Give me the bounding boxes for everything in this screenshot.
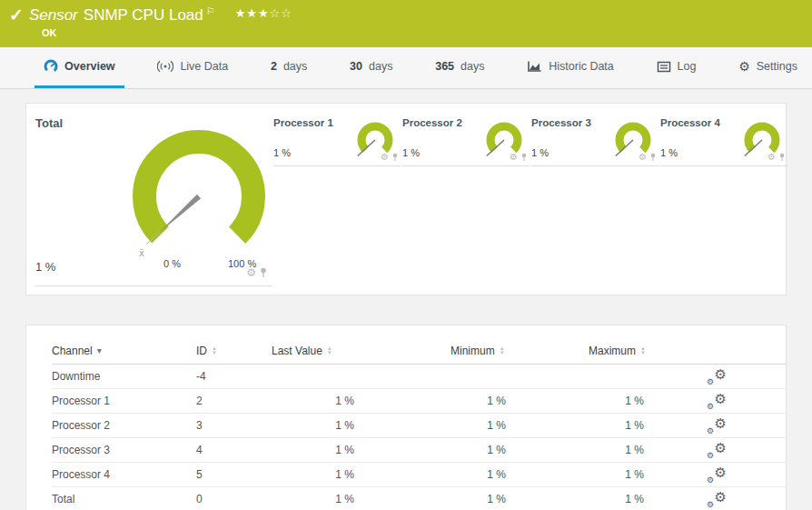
channel-name: Processor 3 bbox=[52, 444, 196, 456]
last-value: 1 % bbox=[272, 395, 358, 407]
status-badge: OK bbox=[42, 27, 57, 38]
maximum-value: 1 % bbox=[589, 395, 648, 407]
tab-30-days[interactable]: 30 days bbox=[341, 47, 401, 88]
column-header-label: Channel bbox=[52, 345, 93, 357]
channel-settings-icon[interactable]: ⚙⚙ bbox=[707, 467, 727, 483]
sort-desc-icon[interactable]: ▾ bbox=[97, 346, 102, 355]
channel-settings-icon[interactable]: ⚙⚙ bbox=[707, 443, 727, 458]
gauge-cell-processor-2[interactable]: Processor 2 1 % ⚙ bbox=[402, 111, 530, 166]
stars-empty[interactable]: ☆☆ bbox=[270, 6, 292, 20]
sort-icon[interactable]: ▲▼ bbox=[212, 346, 217, 355]
tab-365-days-number: 365 bbox=[435, 60, 454, 73]
tab-30-days-number: 30 bbox=[350, 60, 362, 73]
priority-stars[interactable]: ★★★☆☆ bbox=[235, 5, 292, 23]
channel-id: -4 bbox=[196, 370, 272, 383]
tab-365-days-unit: days bbox=[460, 60, 484, 73]
tab-365-days[interactable]: 365 days bbox=[426, 47, 493, 88]
maximum-value: 1 % bbox=[589, 468, 648, 481]
channel-id: 3 bbox=[196, 419, 272, 432]
gauge-title: Total bbox=[35, 116, 63, 130]
gauge-cell-processor-3[interactable]: Processor 3 1 % ⚙ bbox=[531, 111, 659, 166]
tab-overview-label: Overview bbox=[64, 60, 115, 73]
pin-icon[interactable] bbox=[391, 153, 399, 162]
tab-historic-data-label: Historic Data bbox=[549, 60, 614, 73]
stars-filled[interactable]: ★★★ bbox=[235, 6, 270, 20]
area-chart-icon bbox=[527, 60, 542, 73]
gauge-gear-icon[interactable]: ⚙ bbox=[767, 153, 776, 162]
pin-icon[interactable] bbox=[520, 153, 528, 162]
pin-icon[interactable] bbox=[778, 153, 786, 162]
mean-marker: x̄ bbox=[139, 247, 144, 258]
gauge-value: 1 % bbox=[273, 147, 291, 158]
gauge-icon bbox=[44, 59, 58, 74]
column-header-minimum[interactable]: Minimum ▲▼ bbox=[451, 345, 510, 357]
channel-id: 2 bbox=[196, 395, 272, 407]
table-row-processor-3[interactable]: Processor 3 4 1 % 1 % 1 % ⚙⚙ bbox=[52, 438, 786, 463]
column-header-id[interactable]: ID ▲▼ bbox=[196, 345, 272, 357]
tab-live-data-label: Live Data bbox=[180, 60, 228, 73]
total-gauge: x̄ bbox=[126, 124, 272, 269]
tab-overview[interactable]: Overview bbox=[35, 47, 124, 88]
maximum-value: 1 % bbox=[589, 419, 648, 432]
last-value: 1 % bbox=[272, 444, 358, 456]
tab-log[interactable]: Log bbox=[648, 47, 706, 88]
gauges-panel: Total x̄ 0 % 100 % 1 % ⚙ Processor 1 bbox=[25, 103, 787, 295]
sensor-kind-label: Sensor bbox=[29, 5, 78, 26]
table-row-downtime[interactable]: Downtime -4 ⚙⚙ bbox=[52, 365, 786, 389]
sort-icon[interactable]: ▲▼ bbox=[640, 346, 646, 355]
tab-settings[interactable]: ⚙ Settings bbox=[729, 47, 807, 88]
sort-icon[interactable]: ▲▼ bbox=[327, 346, 332, 355]
flag-icon[interactable]: ⚐ bbox=[206, 5, 215, 16]
channel-name: Processor 1 bbox=[52, 395, 196, 407]
log-list-icon bbox=[657, 61, 671, 73]
table-row-processor-1[interactable]: Processor 1 2 1 % 1 % 1 % ⚙⚙ bbox=[52, 389, 786, 414]
gauge-gear-icon[interactable]: ⚙ bbox=[381, 153, 389, 162]
gauge-value: 1 % bbox=[660, 147, 678, 158]
channel-settings-icon[interactable]: ⚙⚙ bbox=[707, 369, 727, 385]
channel-settings-icon[interactable]: ⚙⚙ bbox=[707, 418, 727, 434]
tab-bar: Overview Live Data 2 days 30 days 365 da… bbox=[0, 47, 812, 89]
table-row-processor-2[interactable]: Processor 2 3 1 % 1 % 1 % ⚙⚙ bbox=[52, 414, 786, 438]
page-title: SNMP CPU Load bbox=[84, 5, 203, 26]
gauge-value: 1 % bbox=[402, 147, 420, 158]
maximum-value: 1 % bbox=[589, 444, 648, 456]
pin-icon[interactable] bbox=[649, 153, 657, 162]
gauge-scale-min: 0 % bbox=[163, 258, 181, 269]
minimum-value: 1 % bbox=[451, 444, 510, 456]
sensor-header: ✓ Sensor SNMP CPU Load ⚐ ★★★☆☆ OK bbox=[0, 0, 812, 47]
gauge-gear-icon[interactable]: ⚙ bbox=[246, 267, 256, 278]
tab-2-days[interactable]: 2 days bbox=[262, 47, 316, 88]
minimum-value: 1 % bbox=[451, 493, 510, 505]
column-header-last-value[interactable]: Last Value ▲▼ bbox=[272, 345, 358, 357]
gauge-value: 1 % bbox=[531, 147, 549, 158]
status-check-icon: ✓ bbox=[9, 5, 24, 26]
last-value: 1 % bbox=[272, 419, 358, 432]
gauge-cell-processor-1[interactable]: Processor 1 1 % ⚙ bbox=[273, 111, 401, 166]
column-header-label: Minimum bbox=[451, 345, 495, 357]
sort-icon[interactable]: ▲▼ bbox=[500, 346, 505, 355]
channel-name: Processor 4 bbox=[52, 468, 196, 481]
tab-30-days-unit: days bbox=[369, 60, 392, 73]
broadcast-icon bbox=[157, 60, 173, 73]
tab-log-label: Log bbox=[678, 60, 697, 73]
gauge-gear-icon[interactable]: ⚙ bbox=[510, 153, 518, 162]
gauge-cell-processor-4[interactable]: Processor 4 1 % ⚙ bbox=[660, 111, 787, 166]
column-header-maximum[interactable]: Maximum ▲▼ bbox=[589, 345, 648, 357]
channel-id: 4 bbox=[196, 444, 272, 456]
tab-live-data[interactable]: Live Data bbox=[148, 47, 237, 88]
minimum-value: 1 % bbox=[451, 419, 510, 432]
channel-name: Downtime bbox=[52, 370, 196, 383]
minimum-value: 1 % bbox=[451, 395, 510, 407]
channel-settings-icon[interactable]: ⚙⚙ bbox=[707, 492, 727, 507]
table-row-total[interactable]: Total 0 1 % 1 % 1 % ⚙⚙ bbox=[52, 487, 786, 510]
tab-historic-data[interactable]: Historic Data bbox=[518, 47, 623, 88]
last-value: 1 % bbox=[272, 468, 358, 481]
column-header-label: Maximum bbox=[589, 345, 636, 357]
column-header-channel[interactable]: Channel ▾ bbox=[52, 345, 196, 357]
gauge-cell-total[interactable]: Total x̄ 0 % 100 % 1 % ⚙ bbox=[35, 111, 272, 286]
tab-settings-label: Settings bbox=[757, 60, 797, 73]
channel-settings-icon[interactable]: ⚙⚙ bbox=[707, 394, 727, 409]
gauge-gear-icon[interactable]: ⚙ bbox=[639, 153, 647, 162]
table-row-processor-4[interactable]: Processor 4 5 1 % 1 % 1 % ⚙⚙ bbox=[52, 463, 786, 487]
pin-icon[interactable] bbox=[259, 267, 268, 278]
